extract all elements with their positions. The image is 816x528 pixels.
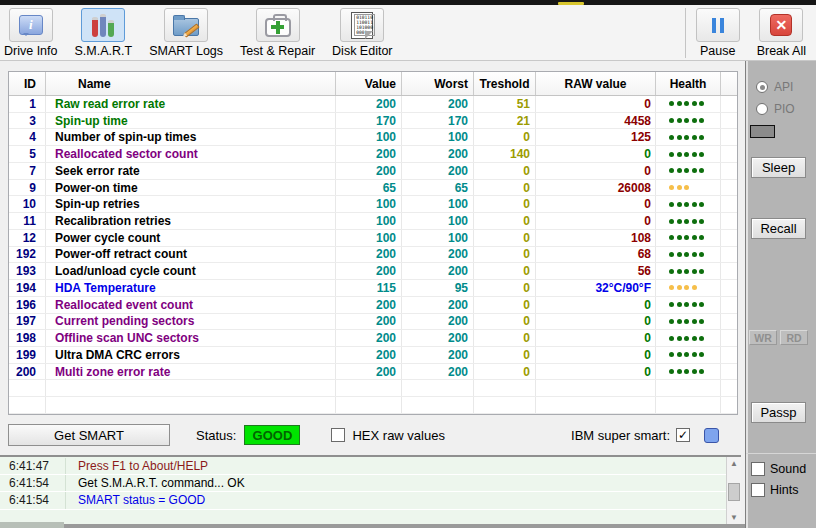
attribute-name: Reallocated event count xyxy=(46,297,336,313)
attribute-treshold xyxy=(474,397,536,413)
radio-button-icon xyxy=(756,103,768,115)
ibm-super-smart-checkbox[interactable]: IBM super smart: ✓ xyxy=(571,428,719,443)
smart-attribute-row[interactable]: 1 Raw read error rate 200 200 51 0 xyxy=(9,96,737,113)
attribute-id: 197 xyxy=(9,314,46,330)
rd-button[interactable]: RD xyxy=(780,330,808,345)
smart-attribute-row[interactable]: 11 Recalibration retries 100 100 0 0 xyxy=(9,213,737,230)
smart-attribute-row[interactable]: 198 Offline scan UNC sectors 200 200 0 0 xyxy=(9,330,737,347)
toolbar-button-disk-editor[interactable]: 010110 110011 101000 0001 Disk Editor xyxy=(332,8,392,58)
toolbar-separator xyxy=(685,8,686,58)
column-header-raw: RAW value xyxy=(536,72,656,95)
toolbar-button-pause[interactable]: Pause xyxy=(696,8,740,58)
log-message: Press F1 to About/HELP xyxy=(66,459,208,473)
sound-checkbox[interactable]: Sound xyxy=(751,462,806,476)
attribute-id: 4 xyxy=(9,129,46,145)
attribute-worst: 200 xyxy=(402,263,474,279)
scroll-down-icon[interactable]: ▼ xyxy=(727,511,741,524)
attribute-raw-value: 0 xyxy=(536,314,656,330)
passp-button[interactable]: Passp xyxy=(751,402,806,423)
radio-api[interactable]: API xyxy=(756,80,793,94)
table-header-row: ID Name Value Worst Treshold RAW value H… xyxy=(9,72,737,96)
attribute-value: 200 xyxy=(336,263,402,279)
smart-attribute-row[interactable]: 12 Power cycle count 100 100 0 108 xyxy=(9,230,737,247)
row-spacer xyxy=(721,397,737,413)
toolbar-button-drive-info[interactable]: i Drive Info xyxy=(4,8,58,58)
attribute-treshold: 0 xyxy=(474,330,536,346)
attribute-worst: 170 xyxy=(402,113,474,129)
attribute-raw-value: 0 xyxy=(536,213,656,229)
attribute-worst: 200 xyxy=(402,146,474,162)
attribute-worst: 65 xyxy=(402,180,474,196)
smart-attribute-row[interactable]: 192 Power-off retract count 200 200 0 68 xyxy=(9,247,737,264)
attribute-health-dots xyxy=(656,96,721,112)
column-header-name: Name xyxy=(46,72,336,95)
attribute-treshold: 0 xyxy=(474,180,536,196)
attribute-raw-value: 0 xyxy=(536,96,656,112)
toolbar-button-test-repair[interactable]: Test & Repair xyxy=(240,8,315,58)
radio-pio[interactable]: PIO xyxy=(756,102,795,116)
log-scrollbar[interactable]: ▲ ▼ xyxy=(726,457,741,524)
attribute-raw-value: 0 xyxy=(536,330,656,346)
row-spacer xyxy=(721,230,737,246)
attribute-raw-value: 0 xyxy=(536,297,656,313)
smart-attribute-row[interactable]: 10 Spin-up retries 100 100 0 0 xyxy=(9,196,737,213)
attribute-worst: 200 xyxy=(402,96,474,112)
checkbox-icon xyxy=(751,462,765,476)
status-label: Status: xyxy=(196,428,236,443)
smart-attribute-row[interactable]: 3 Spin-up time 170 170 21 4458 xyxy=(9,113,737,130)
attribute-value: 200 xyxy=(336,146,402,162)
smart-attribute-row[interactable]: 197 Current pending sectors 200 200 0 0 xyxy=(9,314,737,331)
row-spacer xyxy=(721,314,737,330)
row-spacer xyxy=(721,196,737,212)
radio-api-label: API xyxy=(774,80,793,94)
smart-attribute-row[interactable]: 7 Seek error rate 200 200 0 0 xyxy=(9,163,737,180)
attribute-value: 200 xyxy=(336,330,402,346)
scrollbar-thumb[interactable] xyxy=(728,483,740,501)
attribute-treshold: 140 xyxy=(474,146,536,162)
row-spacer xyxy=(721,213,737,229)
row-spacer xyxy=(721,364,737,380)
attribute-name: Spin-up retries xyxy=(46,196,336,212)
smart-attribute-row[interactable]: 193 Load/unload cycle count 200 200 0 56 xyxy=(9,263,737,280)
toolbar-button-break-all[interactable]: ✕ Break All xyxy=(757,8,806,58)
attribute-treshold: 0 xyxy=(474,163,536,179)
attribute-treshold: 51 xyxy=(474,96,536,112)
attribute-name: Reallocated sector count xyxy=(46,146,336,162)
smart-attribute-row[interactable]: 4 Number of spin-up times 100 100 0 125 xyxy=(9,129,737,146)
recall-button[interactable]: Recall xyxy=(751,218,806,239)
toolbar: i Drive Info S.M.A.R.T SMART Logs Test &… xyxy=(0,5,816,61)
attribute-worst: 200 xyxy=(402,314,474,330)
attribute-health-dots xyxy=(656,180,721,196)
scroll-up-icon[interactable]: ▲ xyxy=(727,457,741,470)
toolbar-button-smart[interactable]: S.M.A.R.T xyxy=(75,8,133,58)
sleep-button[interactable]: Sleep xyxy=(751,157,806,178)
toolbar-button-smart-logs[interactable]: SMART Logs xyxy=(149,8,223,58)
smart-attribute-row[interactable]: 9 Power-on time 65 65 0 26008 xyxy=(9,180,737,197)
radio-pio-label: PIO xyxy=(774,102,795,116)
attribute-id: 3 xyxy=(9,113,46,129)
smart-attribute-row[interactable]: 200 Multi zone error rate 200 200 0 0 xyxy=(9,364,737,381)
test-tubes-icon xyxy=(92,13,114,37)
attribute-treshold: 0 xyxy=(474,263,536,279)
hex-raw-values-checkbox[interactable]: HEX raw values xyxy=(331,428,444,443)
attribute-value: 200 xyxy=(336,314,402,330)
wr-button[interactable]: WR xyxy=(749,330,777,345)
row-spacer xyxy=(721,280,737,296)
attribute-value xyxy=(336,397,402,413)
attribute-health-dots xyxy=(656,163,721,179)
hints-checkbox[interactable]: Hints xyxy=(751,483,798,497)
pause-icon xyxy=(712,18,724,33)
attribute-name: Recalibration retries xyxy=(46,213,336,229)
smart-attribute-row[interactable]: 196 Reallocated event count 200 200 0 0 xyxy=(9,297,737,314)
attribute-id xyxy=(9,380,46,396)
attribute-treshold: 0 xyxy=(474,314,536,330)
log-message: Get S.M.A.R.T. command... OK xyxy=(66,476,245,490)
smart-attribute-row[interactable]: 5 Reallocated sector count 200 200 140 0 xyxy=(9,146,737,163)
attribute-value: 100 xyxy=(336,213,402,229)
get-smart-button[interactable]: Get SMART xyxy=(8,424,170,446)
smart-attribute-row[interactable]: 199 Ultra DMA CRC errors 200 200 0 0 xyxy=(9,347,737,364)
attribute-id: 194 xyxy=(9,280,46,296)
smart-attribute-row[interactable]: 194 HDA Temperature 115 95 0 32°C/90°F xyxy=(9,280,737,297)
attribute-value: 200 xyxy=(336,297,402,313)
attribute-name: Ultra DMA CRC errors xyxy=(46,347,336,363)
